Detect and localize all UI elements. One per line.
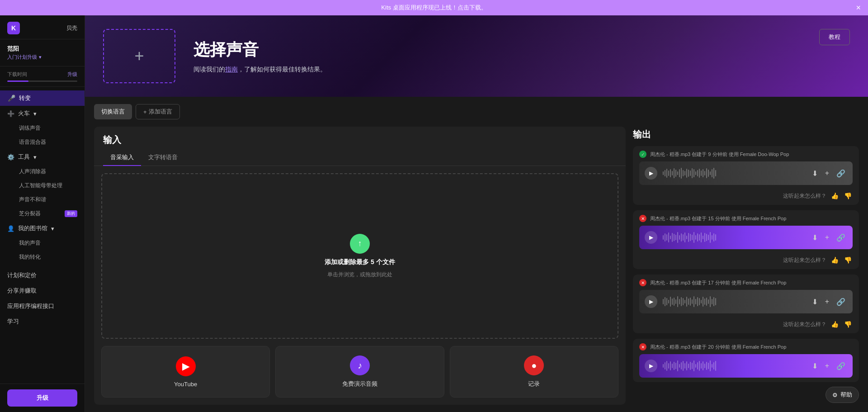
share-button[interactable]: 🔗 <box>835 296 847 308</box>
play-button[interactable]: ▶ <box>645 167 657 180</box>
download-button[interactable]: ⬇ <box>810 360 820 372</box>
add-language-tab[interactable]: + 添加语言 <box>136 104 180 119</box>
error-dot: ✕ <box>639 343 646 350</box>
hero-guide-link[interactable]: 指南 <box>225 66 238 73</box>
play-button[interactable]: ▶ <box>645 295 657 308</box>
download-button[interactable]: ⬇ <box>810 296 820 308</box>
sidebar-item-my-voices[interactable]: 我的声音 <box>0 236 85 250</box>
add-to-library-button[interactable]: + <box>823 360 831 372</box>
record-label: 记录 <box>528 380 540 388</box>
share-button[interactable]: 🔗 <box>835 360 847 372</box>
content-area: 输入 音采输入 文字转语音 ↑ 添加或删除最多 5 个文件 单击并浏览，或拖放到… <box>85 119 868 412</box>
free-music-source[interactable]: ♪ 免费演示音频 <box>275 346 444 398</box>
user-plan[interactable]: 入门计划升级 ▾ <box>7 54 77 61</box>
thumbs-down-button[interactable]: 👎 <box>843 320 853 329</box>
record-source[interactable]: ● 记录 <box>450 346 618 398</box>
audio-controls: ▶ ⬇ + 🔗 <box>639 161 853 185</box>
hero-text: 选择声音 阅读我们的指南，了解如何获得最佳转换结果。 <box>193 39 850 74</box>
download-button[interactable]: ⬇ <box>810 232 820 244</box>
output-item-title: 周杰伦 - 稻香.mp3 创建于 20 分钟前 使用 Female French… <box>650 344 853 350</box>
output-item-title: 周杰伦 - 稻香.mp3 创建于 17 分钟前 使用 Female French… <box>650 279 853 286</box>
banner-close-button[interactable]: × <box>856 4 861 12</box>
hero-section: + 选择声音 阅读我们的指南，了解如何获得最佳转换结果。 教程 <box>85 15 868 97</box>
youtube-source[interactable]: ▶ YouTube <box>101 346 270 398</box>
help-button[interactable]: ⚙ 帮助 <box>826 387 859 403</box>
sidebar-item-api[interactable]: 应用程序编程接口 <box>0 298 85 314</box>
sidebar-item-pricing[interactable]: 计划和定价 <box>0 268 85 283</box>
audio-player: ▶ ⬇ + 🔗 <box>639 290 853 313</box>
audio-controls: ▶ ⬇ + 🔗 <box>639 226 853 249</box>
audio-actions: ⬇ + 🔗 <box>810 167 847 180</box>
play-button[interactable]: ▶ <box>645 231 657 244</box>
top-banner: Kits 桌面应用程序现已上线！点击下载。 × <box>0 0 868 15</box>
add-to-library-button[interactable]: + <box>823 296 831 308</box>
add-to-library-button[interactable]: + <box>823 232 831 243</box>
sidebar-item-library[interactable]: 👤 我的图书馆 ▾ <box>0 221 85 236</box>
share-button[interactable]: 🔗 <box>835 232 847 244</box>
sidebar-item-ai-mastering[interactable]: 人工智能母带处理 <box>0 179 85 193</box>
sidebar-item-voice-discord[interactable]: 声音不和谐 <box>0 193 85 207</box>
thumbs-down-button[interactable]: 👎 <box>843 256 853 265</box>
sidebar-item-train-voice[interactable]: 训练声音 <box>0 121 85 135</box>
feedback-label: 这听起来怎么样？ <box>783 192 826 200</box>
waveform <box>663 295 805 308</box>
download-section: 下载时间 升级 <box>0 66 85 87</box>
tutorial-button[interactable]: 教程 <box>819 29 850 45</box>
sidebar-header: K 贝壳 <box>0 15 85 39</box>
sidebar: K 贝壳 范阳 入门计划升级 ▾ 下载时间 升级 🎤 <box>0 15 85 412</box>
thumbs-up-button[interactable]: 👍 <box>830 191 840 200</box>
switch-language-tab[interactable]: 切换语言 <box>94 104 132 119</box>
beike-button[interactable]: 贝壳 <box>66 24 77 32</box>
plus-icon: + <box>143 109 147 115</box>
output-item-header: ✓ 周杰伦 - 稻香.mp3 创建于 9 分钟前 使用 Female Doo-W… <box>633 146 859 161</box>
feedback-label: 这听起来怎么样？ <box>783 256 826 264</box>
sidebar-item-transform[interactable]: 🎤 转变 <box>0 90 85 106</box>
feedback-label: 这听起来怎么样？ <box>783 321 826 328</box>
add-to-library-button[interactable]: + <box>823 167 831 179</box>
sidebar-item-share[interactable]: 分享并赚取 <box>0 283 85 298</box>
audio-actions: ⬇ + 🔗 <box>810 296 847 308</box>
hero-subtitle: 阅读我们的指南，了解如何获得最佳转换结果。 <box>193 66 850 74</box>
upgrade-button[interactable]: 升级 <box>7 389 77 407</box>
nav-section: 🎤 转变 ➕ 火车 ▾ 训练声音 语音混合器 ⚙️ 工具 ▾ 人声 <box>0 87 85 333</box>
sidebar-logo: K <box>7 22 20 34</box>
sidebar-item-stem-splitter[interactable]: 芝分裂器 新的 <box>0 207 85 221</box>
hero-title: 选择声音 <box>193 39 850 61</box>
source-options: ▶ YouTube ♪ 免费演示音频 ● 记录 <box>94 346 626 405</box>
share-button[interactable]: 🔗 <box>835 167 847 180</box>
main-content: + 选择声音 阅读我们的指南，了解如何获得最佳转换结果。 教程 切换语言 + 添… <box>85 15 868 412</box>
user-name: 范阳 <box>7 45 77 53</box>
output-item-header: ✕ 周杰伦 - 稻香.mp3 创建于 17 分钟前 使用 Female Fren… <box>633 275 859 290</box>
train-icon: ➕ <box>7 110 14 117</box>
upload-sub-text: 单击并浏览，或拖放到此处 <box>327 271 392 279</box>
sidebar-item-train[interactable]: ➕ 火车 ▾ <box>0 106 85 121</box>
progress-bar <box>7 81 77 82</box>
upgrade-small-button[interactable]: 升级 <box>67 71 77 78</box>
sidebar-item-vocal-remover[interactable]: 人声消除器 <box>0 165 85 179</box>
sidebar-item-learn[interactable]: 学习 <box>0 314 85 329</box>
sidebar-item-voice-mixer[interactable]: 语音混合器 <box>0 135 85 149</box>
output-panel: 输出 ✓ 周杰伦 - 稻香.mp3 创建于 9 分钟前 使用 Female Do… <box>633 127 859 405</box>
upload-icon: ↑ <box>350 234 370 254</box>
waveform <box>663 360 805 372</box>
upload-area[interactable]: ↑ 添加或删除最多 5 个文件 单击并浏览，或拖放到此处 <box>101 173 618 339</box>
chevron-down-icon: ▾ <box>33 110 37 117</box>
tab-audio-input[interactable]: 音采输入 <box>103 150 141 166</box>
download-button[interactable]: ⬇ <box>810 167 820 180</box>
chevron-down-icon: ▾ <box>33 154 37 161</box>
output-item: ✕ 周杰伦 - 稻香.mp3 创建于 20 分钟前 使用 Female Fren… <box>633 339 859 382</box>
sidebar-item-my-conversions[interactable]: 我的转化 <box>0 250 85 264</box>
waveform <box>663 167 805 180</box>
download-label: 下载时间 升级 <box>7 71 77 78</box>
thumbs-up-button[interactable]: 👍 <box>830 256 840 265</box>
hero-upload-box[interactable]: + <box>103 29 175 83</box>
tab-text-to-speech[interactable]: 文字转语音 <box>141 150 185 166</box>
audio-actions: ⬇ + 🔗 <box>810 360 847 372</box>
thumbs-up-button[interactable]: 👍 <box>830 320 840 329</box>
sidebar-item-tools[interactable]: ⚙️ 工具 ▾ <box>0 149 85 165</box>
play-button[interactable]: ▶ <box>645 360 657 372</box>
output-item: ✕ 周杰伦 - 稻香.mp3 创建于 15 分钟前 使用 Female Fren… <box>633 210 859 269</box>
thumbs-down-button[interactable]: 👎 <box>843 191 853 200</box>
person-icon: 👤 <box>7 225 14 232</box>
music-icon: ♪ <box>350 355 370 375</box>
